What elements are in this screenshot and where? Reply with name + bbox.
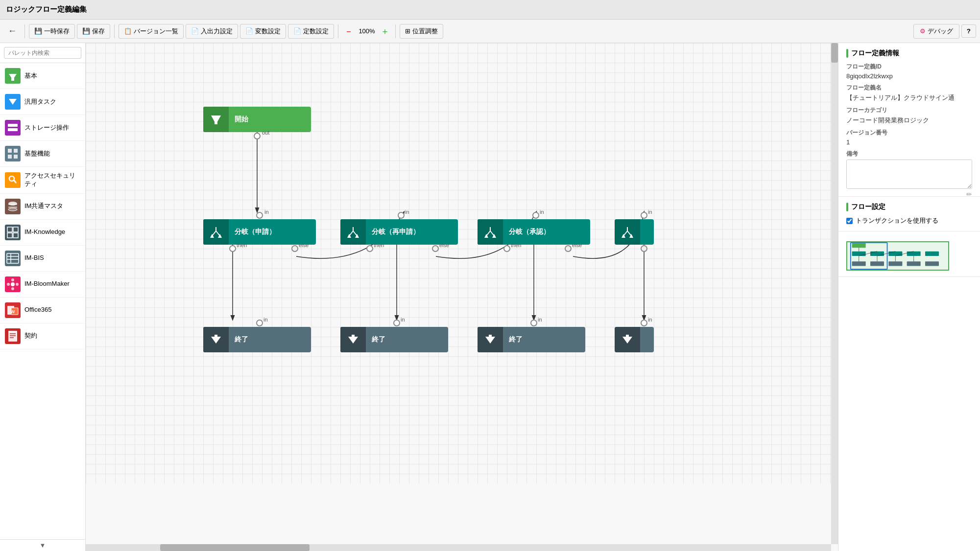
section-green-bar-2 [846, 203, 848, 211]
im-bis-icon [5, 251, 21, 266]
svg-rect-86 [925, 252, 939, 256]
transaction-label[interactable]: トランザクションを使用する [856, 216, 938, 225]
sidebar-item-office365[interactable]: W Office365 [0, 298, 85, 323]
svg-rect-83 [870, 252, 884, 256]
end2-icon-box [340, 327, 366, 352]
branch1-label: 分岐（申請） [229, 228, 316, 236]
transaction-checkbox[interactable] [846, 218, 853, 224]
sidebar-item-im-bloommaker[interactable]: IM-BloomMaker [0, 272, 85, 298]
field-label-name: フロー定義名 [846, 84, 972, 92]
back-button[interactable]: ← [4, 26, 21, 36]
node-branch3[interactable]: 分岐（承認） [478, 219, 590, 245]
canvas-area: 開始 out 分岐（申請） [86, 43, 838, 551]
version-list-button[interactable]: 📋 バージョン一覧 [119, 24, 184, 39]
save-button[interactable]: 💾 保存 [77, 24, 110, 39]
svg-rect-10 [14, 149, 18, 153]
sidebar-label-im-knowledge: IM-Knowledge [24, 228, 65, 236]
sidebar-item-im-master[interactable]: IM共通マスタ [0, 194, 85, 220]
port-label-branch2-else: else [439, 242, 449, 248]
node-start[interactable]: 開始 [203, 107, 311, 132]
connections-svg [86, 43, 838, 483]
sidebar-label-base-func: 基盤機能 [24, 150, 50, 158]
sidebar-item-base-func[interactable]: 基盤機能 [0, 141, 85, 167]
temp-save-button[interactable]: 💾 一時保存 [29, 24, 75, 39]
svg-rect-5 [5, 120, 21, 136]
node-end3[interactable]: 終了 [478, 327, 585, 352]
zoom-minus-button[interactable]: － [342, 25, 355, 37]
svg-rect-52 [215, 120, 217, 124]
svg-rect-82 [852, 252, 866, 256]
var-settings-button[interactable]: 📄 変数設定 [240, 24, 286, 39]
zoom-plus-button[interactable]: ＋ [379, 25, 391, 37]
im-master-icon [5, 199, 21, 214]
svg-point-34 [11, 287, 14, 290]
port-label-branch3-then: then [511, 242, 521, 248]
branch1-icon-box [203, 219, 229, 245]
position-icon: ⊞ [405, 27, 410, 35]
save-icon: 💾 [82, 27, 90, 35]
right-panel: フロー定義情報 フロー定義ID 8giqodlx2lzkwxp フロー定義名 【… [838, 43, 980, 551]
sidebar-label-im-bloommaker: IM-BloomMaker [24, 280, 70, 288]
svg-rect-12 [14, 155, 18, 159]
port-label-branch3-else: else [572, 242, 582, 248]
sidebar-item-im-bis[interactable]: IM-BIS [0, 246, 85, 272]
basic-icon [5, 68, 21, 84]
sidebar-label-general-task: 汎用タスク [24, 98, 56, 106]
canvas-scroll[interactable]: 開始 out 分岐（申請） [86, 43, 838, 551]
node-end2[interactable]: 終了 [340, 327, 448, 352]
position-adjust-button[interactable]: ⊞ 位置調整 [400, 24, 443, 39]
sidebar-item-basic[interactable]: 基本 [0, 63, 85, 89]
contract-icon [5, 328, 21, 344]
sidebar-item-storage[interactable]: ストレージ操作 [0, 115, 85, 141]
port-label-branch4-in: in [648, 209, 652, 215]
storage-icon [5, 120, 21, 136]
const-settings-button[interactable]: 📄 定数設定 [288, 24, 334, 39]
search-input[interactable] [4, 47, 81, 59]
edit-icon[interactable]: ✏ [966, 190, 972, 198]
node-end4[interactable] [615, 327, 654, 352]
office365-icon: W [5, 302, 21, 318]
end1-label: 終了 [229, 335, 311, 344]
node-end1[interactable]: 終了 [203, 327, 311, 352]
temp-save-icon: 💾 [34, 27, 42, 35]
mini-map [846, 241, 949, 271]
svg-point-36 [16, 283, 19, 286]
access-security-icon [5, 172, 21, 188]
sidebar-item-im-knowledge[interactable]: IM-Knowledge [0, 220, 85, 246]
base-func-icon [5, 146, 21, 161]
debug-button[interactable]: ⚙ デバッグ [913, 24, 959, 39]
sidebar-list: 基本 汎用タスク ストレージ操作 [0, 63, 85, 539]
branch2-label: 分岐（再申請） [366, 228, 458, 236]
svg-point-35 [7, 283, 10, 286]
sidebar-item-contract[interactable]: 契約 [0, 323, 85, 349]
toolbar-separator-3 [338, 24, 338, 38]
sidebar-item-access-security[interactable]: アクセスセキュリティ [0, 167, 85, 194]
help-button[interactable]: ? [961, 24, 976, 38]
port-label-branch1-in: in [264, 209, 269, 215]
port-label-branch1-else: else [299, 242, 309, 248]
start-icon-box [203, 107, 229, 132]
sidebar-label-im-bis: IM-BIS [24, 254, 44, 262]
port-branch2-else [432, 245, 439, 252]
end1-icon-box [203, 327, 229, 352]
flow-settings-title: フロー設定 [846, 203, 972, 211]
field-value-id: 8giqodlx2lzkwxp [846, 72, 972, 80]
im-knowledge-icon [5, 225, 21, 240]
sidebar-scroll-down[interactable]: ▼ [0, 539, 85, 551]
io-settings-button[interactable]: 📄 入出力設定 [186, 24, 238, 39]
svg-rect-88 [870, 261, 884, 266]
sidebar-label-im-master: IM共通マスタ [24, 202, 63, 210]
svg-rect-18 [8, 204, 17, 205]
end3-label: 終了 [503, 335, 585, 344]
transaction-row: トランザクションを使用する [846, 216, 972, 225]
port-branch1-then [229, 245, 236, 252]
node-branch1[interactable]: 分岐（申請） [203, 219, 316, 245]
sidebar-label-office365: Office365 [24, 306, 51, 314]
port-branch4-else [641, 245, 647, 252]
node-branch4[interactable] [615, 219, 654, 245]
field-label-notes: 備考 [846, 150, 972, 158]
node-branch2[interactable]: 分岐（再申請） [340, 219, 458, 245]
app-title: ロジックフロー定義編集 [6, 5, 87, 14]
notes-textarea[interactable] [846, 160, 972, 189]
sidebar-item-general-task[interactable]: 汎用タスク [0, 89, 85, 115]
